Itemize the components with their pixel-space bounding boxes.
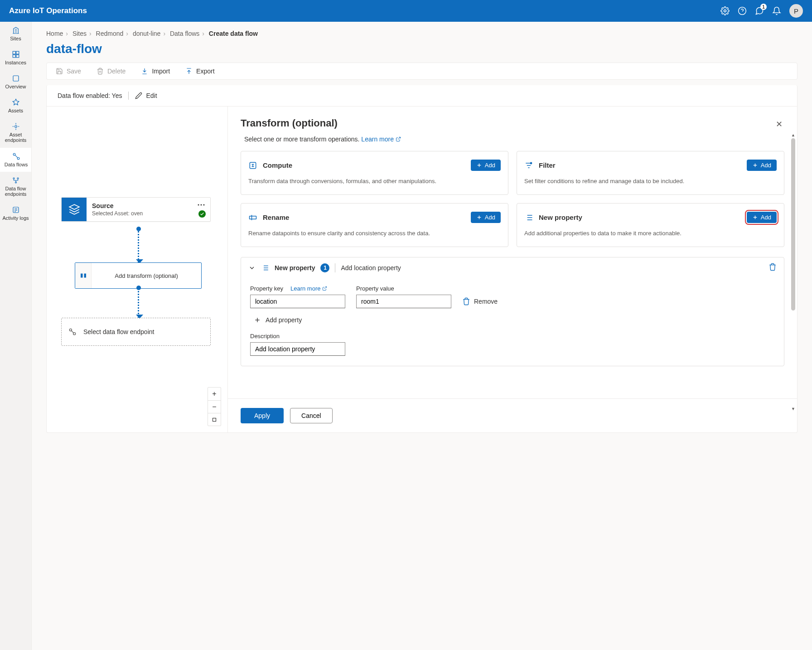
- add-label: Add: [485, 162, 495, 169]
- svg-point-13: [15, 182, 16, 183]
- svg-point-9: [13, 153, 15, 155]
- chevron-down-icon[interactable]: [248, 264, 256, 272]
- compute-card: Compute Add Transform data through conve…: [241, 151, 508, 195]
- edit-button[interactable]: Edit: [135, 92, 157, 99]
- connector: [138, 288, 139, 318]
- crumb-home[interactable]: Home: [46, 30, 63, 37]
- breadcrumb: Home› Sites› Redmond› donut-line› Data f…: [46, 30, 798, 37]
- filter-desc: Set filter conditions to refine and mana…: [524, 177, 777, 185]
- panel-title: Transform (optional): [241, 117, 338, 129]
- scroll-down-icon[interactable]: ▼: [791, 407, 795, 411]
- newprop-title: New property: [539, 213, 582, 221]
- zoom-out-button[interactable]: −: [208, 400, 221, 413]
- svg-point-12: [17, 178, 19, 179]
- add-rename-button[interactable]: Add: [471, 212, 501, 223]
- endpoint-icon: [68, 327, 77, 336]
- fit-button[interactable]: [208, 413, 221, 426]
- panel-subtitle: Select one or more transform operations.: [244, 136, 359, 143]
- svg-rect-3: [13, 51, 15, 54]
- add-new-property-button[interactable]: Add: [747, 212, 777, 223]
- nav-label: Data flows: [5, 162, 28, 167]
- compute-icon: [248, 161, 257, 170]
- learn-more-key-link[interactable]: Learn more: [290, 285, 327, 292]
- crumb-donut[interactable]: donut-line: [133, 30, 161, 37]
- newprop-desc: Add additional properties to data to mak…: [524, 229, 777, 238]
- compute-desc: Transform data through conversions, form…: [248, 177, 501, 185]
- remove-property-button[interactable]: Remove: [462, 297, 498, 308]
- export-label: Export: [196, 68, 214, 75]
- add-label: Add: [485, 214, 495, 221]
- scrollbar[interactable]: ▲ ▼: [791, 138, 795, 405]
- help-icon[interactable]: [738, 6, 747, 15]
- settings-icon[interactable]: [720, 6, 730, 15]
- description-input[interactable]: [250, 342, 345, 356]
- more-icon[interactable]: ⋯: [197, 199, 206, 209]
- import-button[interactable]: Import: [141, 68, 170, 75]
- property-key-label: Property key Learn more: [250, 285, 345, 292]
- rename-icon: [248, 213, 257, 222]
- zoom-controls: + −: [208, 387, 221, 426]
- nav-overview[interactable]: Overview: [0, 70, 31, 94]
- add-label: Add: [761, 214, 771, 221]
- close-icon[interactable]: ✕: [774, 117, 784, 131]
- avatar[interactable]: P: [789, 4, 803, 18]
- connector: [138, 229, 139, 262]
- add-filter-button[interactable]: Add: [747, 160, 777, 171]
- remove-label: Remove: [474, 298, 498, 305]
- panel-footer: Apply Cancel: [228, 398, 797, 432]
- list-icon: [261, 264, 269, 272]
- app-title: Azure IoT Operations: [9, 6, 87, 15]
- crumb-redmond[interactable]: Redmond: [96, 30, 124, 37]
- svg-rect-7: [13, 76, 19, 81]
- feedback-icon[interactable]: 1: [755, 6, 764, 15]
- save-label: Save: [67, 68, 81, 75]
- svg-rect-19: [84, 274, 86, 278]
- zoom-in-button[interactable]: +: [208, 388, 221, 400]
- page-title: data-flow: [46, 42, 798, 56]
- flow-canvas[interactable]: ⋯ Source Selected Asset: oven Add transf…: [47, 107, 228, 432]
- scroll-thumb[interactable]: [791, 138, 795, 310]
- nav-data-flows[interactable]: Data flows: [0, 148, 31, 172]
- endpoint-node[interactable]: Select data flow endpoint: [61, 318, 211, 346]
- nav-asset-endpoints[interactable]: Asset endpoints: [0, 118, 31, 147]
- property-value-input[interactable]: [356, 295, 451, 308]
- count-badge: 1: [320, 263, 329, 272]
- divider: [335, 263, 335, 272]
- crumb-current: Create data flow: [209, 30, 258, 37]
- transform-node[interactable]: Add transform (optional): [75, 262, 202, 289]
- filter-card: Filter Add Set filter conditions to refi…: [517, 151, 784, 195]
- rename-title: Rename: [263, 213, 289, 221]
- save-button: Save: [56, 68, 81, 75]
- import-label: Import: [152, 68, 170, 75]
- add-property-button[interactable]: Add property: [254, 316, 775, 324]
- filter-title: Filter: [539, 161, 556, 169]
- nav-dataflow-endpoints[interactable]: Data flow endpoints: [0, 172, 31, 201]
- nav-activity-logs[interactable]: Activity logs: [0, 201, 31, 225]
- source-title: Source: [92, 202, 205, 209]
- add-property-label: Add property: [266, 316, 302, 324]
- add-compute-button[interactable]: Add: [471, 160, 501, 171]
- transform-label: Add transform (optional): [92, 264, 201, 287]
- crumb-dataflows[interactable]: Data flows: [170, 30, 199, 37]
- svg-rect-22: [213, 418, 216, 421]
- svg-rect-6: [16, 55, 19, 58]
- bell-icon[interactable]: [772, 6, 781, 15]
- nav-sites[interactable]: Sites: [0, 22, 31, 46]
- delete-button: Delete: [97, 68, 126, 75]
- apply-button[interactable]: Apply: [241, 408, 284, 423]
- source-node[interactable]: ⋯ Source Selected Asset: oven: [61, 197, 211, 222]
- nav-label: Overview: [5, 84, 26, 89]
- export-button[interactable]: Export: [185, 68, 214, 75]
- crumb-sites[interactable]: Sites: [72, 30, 87, 37]
- scroll-up-icon[interactable]: ▲: [791, 133, 795, 137]
- cancel-button[interactable]: Cancel: [290, 408, 333, 423]
- check-icon: [198, 210, 206, 218]
- nav-instances[interactable]: Instances: [0, 46, 31, 70]
- property-key-input[interactable]: [250, 295, 345, 308]
- delete-section-button[interactable]: [768, 263, 777, 272]
- transform-panel: Transform (optional) ✕ Select one or mor…: [228, 107, 797, 432]
- nav-assets[interactable]: Assets: [0, 94, 31, 118]
- learn-more-link[interactable]: Learn more: [361, 136, 401, 143]
- rename-desc: Rename datapoints to ensure clarity and …: [248, 229, 501, 238]
- cube-icon: [62, 198, 87, 221]
